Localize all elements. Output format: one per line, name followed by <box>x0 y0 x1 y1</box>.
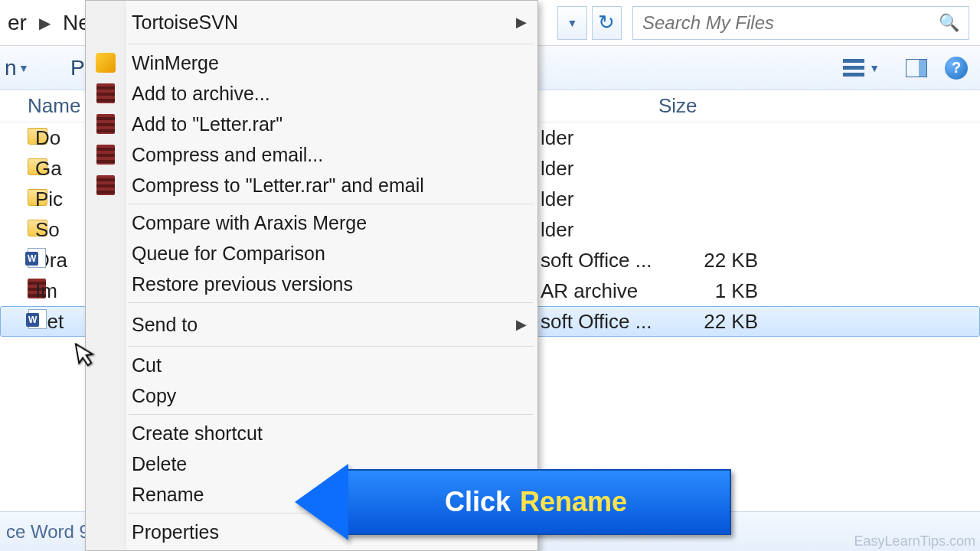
menu-create-shortcut[interactable]: Create shortcut <box>86 418 537 448</box>
menu-label: Create shortcut <box>132 422 263 445</box>
menu-label: Compare with Araxis Merge <box>132 212 367 234</box>
search-icon[interactable]: 🔍 <box>939 13 959 33</box>
file-type: soft Office ... <box>541 249 652 272</box>
list-view-icon <box>843 59 864 77</box>
file-name: Ga <box>28 157 87 181</box>
menu-label: Compress and email... <box>132 144 323 166</box>
menu-tortoisesvn[interactable]: TortoiseSVN ▶ <box>86 4 537 41</box>
column-size[interactable]: Size <box>658 94 773 118</box>
callout-text-2: Rename <box>520 486 627 518</box>
menu-label: Compress to "Letter.rar" and email <box>132 174 424 197</box>
menu-cut[interactable]: Cut <box>86 350 537 380</box>
watermark: EasyLearnTips.com <box>854 533 975 549</box>
menu-separator <box>129 44 533 44</box>
menu-label: Send to <box>132 314 198 336</box>
word-icon <box>1 309 28 334</box>
menu-queue-compare[interactable]: Queue for Comparison <box>86 238 537 269</box>
view-options-button[interactable]: ▼ <box>835 54 888 83</box>
rar-icon <box>93 173 118 197</box>
submenu-arrow-icon: ▶ <box>516 14 527 31</box>
search-box[interactable]: 🔍 <box>632 6 969 40</box>
menu-send-to[interactable]: Send to ▶ <box>86 306 537 343</box>
folder-icon <box>0 187 28 211</box>
menu-add-archive[interactable]: Add to archive... <box>86 78 537 109</box>
preview-pane-button[interactable] <box>897 54 936 83</box>
menu-label: Add to "Letter.rar" <box>132 113 283 135</box>
address-dropdown-button[interactable]: ▼ <box>557 6 587 40</box>
menu-add-letter-rar[interactable]: Add to "Letter.rar" <box>86 109 537 139</box>
menu-label: Copy <box>132 385 176 407</box>
toolbar-left-partial[interactable]: n <box>5 56 17 80</box>
file-type: lder <box>541 157 573 181</box>
menu-restore-versions[interactable]: Restore previous versions <box>86 269 537 299</box>
folder-icon <box>0 157 28 181</box>
help-button[interactable]: ? <box>945 57 968 80</box>
search-input[interactable] <box>642 12 939 34</box>
menu-separator <box>129 414 533 415</box>
winmerge-icon <box>93 51 118 75</box>
rar-icon <box>93 81 118 106</box>
file-type: soft Office ... <box>541 310 652 334</box>
file-size: 22 KB <box>689 249 758 272</box>
menu-compare-araxis[interactable]: Compare with Araxis Merge <box>86 207 537 238</box>
file-name: Pic <box>28 187 87 211</box>
tutorial-callout: Click Rename <box>295 464 731 540</box>
folder-icon <box>0 218 28 242</box>
rar-icon <box>93 142 118 167</box>
word-icon <box>0 248 28 273</box>
toolbar-dropdown-icon[interactable]: ▼ <box>18 62 29 74</box>
folder-icon <box>0 126 28 150</box>
menu-compress-email[interactable]: Compress and email... <box>86 139 537 170</box>
breadcrumb-arrow-icon[interactable]: ▶ <box>34 14 55 32</box>
menu-separator <box>129 204 533 204</box>
submenu-arrow-icon: ▶ <box>516 316 527 333</box>
refresh-button[interactable]: ↻ <box>592 6 622 40</box>
menu-label: TortoiseSVN <box>132 11 238 34</box>
menu-label: Properties <box>132 521 219 543</box>
menu-copy[interactable]: Copy <box>86 380 537 411</box>
menu-label: Rename <box>132 484 204 506</box>
menu-label: Delete <box>132 453 187 475</box>
file-name: So <box>28 218 87 242</box>
menu-winmerge[interactable]: WinMerge <box>86 47 537 78</box>
menu-label: Queue for Comparison <box>132 243 325 265</box>
file-type: lder <box>541 187 573 211</box>
file-type: lder <box>541 126 573 150</box>
chevron-down-icon: ▼ <box>869 62 880 74</box>
file-name: Im <box>28 279 87 303</box>
menu-label: Restore previous versions <box>132 273 353 295</box>
file-size: 1 KB <box>689 279 758 303</box>
menu-separator <box>129 346 533 347</box>
menu-label: Cut <box>132 354 162 377</box>
arrow-left-icon <box>295 464 348 540</box>
rar-icon <box>0 279 28 304</box>
menu-separator <box>129 302 533 303</box>
file-type: AR archive <box>541 279 638 303</box>
breadcrumb-seg-1[interactable]: er <box>0 11 34 35</box>
toolbar-left2-partial[interactable]: P <box>70 56 85 80</box>
menu-label: WinMerge <box>132 52 219 74</box>
preview-pane-icon <box>906 59 927 77</box>
rar-icon <box>93 112 118 136</box>
menu-compress-letter-email[interactable]: Compress to "Letter.rar" and email <box>86 170 537 201</box>
tortoisesvn-icon <box>93 10 118 34</box>
file-name: Do <box>28 126 87 150</box>
file-size: 22 KB <box>689 310 758 334</box>
file-type: lder <box>541 218 573 242</box>
callout-body: Click Rename <box>341 469 731 535</box>
menu-label: Add to archive... <box>132 83 270 105</box>
callout-text-1: Click <box>445 486 511 518</box>
